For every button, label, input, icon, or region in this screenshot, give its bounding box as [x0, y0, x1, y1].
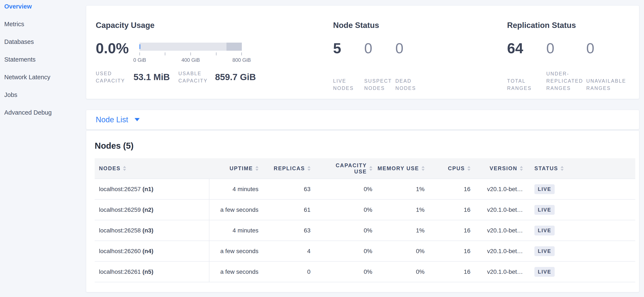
node-cpus: 16 [427, 179, 472, 199]
total-ranges-value: 64 [507, 40, 546, 57]
node-address: localhost:26260 [99, 248, 142, 254]
axis-tick [140, 52, 140, 55]
capacity-bar-track [140, 43, 242, 51]
total-ranges-metric: 64 TOTAL RANGES [507, 40, 546, 92]
column-header-version[interactable]: VERSION [472, 158, 526, 179]
capacity-bar-dark-segment [226, 43, 242, 51]
axis-tick [242, 52, 242, 55]
view-selector-card: Node List [86, 110, 639, 130]
table-header-row: NODES UPTIME REPLICAS CAPACITY USE [95, 158, 635, 179]
status-badge: LIVE [534, 267, 555, 277]
node-cpus: 16 [427, 241, 472, 262]
node-version: v20.1.0-bet… [472, 241, 526, 262]
node-list-dropdown[interactable]: Node List [96, 115, 140, 124]
sidebar-item-statements[interactable]: Statements [4, 56, 85, 74]
sort-icon [123, 166, 126, 171]
used-capacity-stat: USED CAPACITY 53.1 MiB [96, 70, 170, 84]
used-capacity-value: 53.1 MiB [134, 72, 170, 82]
node-cpus: 16 [427, 262, 472, 282]
node-id: (n4) [142, 248, 153, 254]
axis-tick [216, 52, 216, 55]
capacity-usage-title: Capacity Usage [96, 20, 332, 30]
node-replicas: 4 [262, 241, 312, 262]
node-uptime: a few seconds [209, 199, 262, 220]
node-address: localhost:26261 [99, 269, 142, 275]
nodes-table-card: Nodes (5) NODES UPTIME REPLIC [86, 130, 639, 292]
live-nodes-label: LIVE NODES [333, 77, 364, 92]
chevron-down-icon [134, 118, 140, 121]
node-id: (n3) [142, 227, 153, 234]
axis-tick [165, 52, 165, 55]
table-row-node-1[interactable]: localhost:26257 (n1) 4 minutes 63 0% 1% … [95, 179, 635, 199]
column-header-status[interactable]: STATUS [526, 158, 635, 179]
status-badge: LIVE [534, 226, 555, 235]
nodes-table-heading: Nodes (5) [95, 140, 634, 151]
sidebar-item-network-latency[interactable]: Network Latency [4, 74, 85, 91]
node-replicas: 0 [262, 262, 312, 282]
node-version: v20.1.0-bet… [472, 179, 526, 199]
sort-icon [468, 166, 470, 171]
table-row-node-3[interactable]: localhost:26258 (n3) 4 minutes 63 0% 1% … [95, 220, 635, 241]
status-badge: LIVE [534, 184, 555, 194]
live-nodes-value: 5 [333, 40, 364, 57]
unavailable-ranges-label: UNAVAILABLE RANGES [586, 77, 633, 92]
node-replicas: 63 [262, 220, 312, 241]
sort-icon [520, 166, 523, 171]
node-address: localhost:26259 [99, 206, 142, 213]
table-row-node-2[interactable]: localhost:26259 (n2) a few seconds 61 0%… [95, 199, 635, 220]
node-memory-use: 0% [374, 262, 427, 282]
node-id: (n5) [142, 269, 153, 275]
dead-nodes-value: 0 [395, 40, 438, 57]
node-uptime: a few seconds [209, 241, 262, 262]
node-replicas: 61 [262, 199, 312, 220]
table-row-node-4[interactable]: localhost:26260 (n4) a few seconds 4 0% … [95, 241, 635, 262]
table-row-node-5[interactable]: localhost:26261 (n5) a few seconds 0 0% … [95, 262, 635, 282]
sort-icon [256, 166, 258, 171]
column-header-uptime[interactable]: UPTIME [209, 158, 262, 179]
node-version: v20.1.0-bet… [472, 220, 526, 241]
node-capacity-use: 0% [312, 241, 374, 262]
replication-status-title: Replication Status [507, 20, 639, 30]
under-replicated-ranges-metric: 0 UNDER-REPLICATED RANGES [546, 40, 586, 92]
node-address: localhost:26258 [99, 227, 142, 234]
under-replicated-ranges-value: 0 [546, 40, 586, 57]
node-memory-use: 1% [374, 179, 427, 199]
column-header-replicas[interactable]: REPLICAS [262, 158, 312, 179]
node-memory-use: 1% [374, 220, 427, 241]
cluster-summary-card: Capacity Usage 0.0% 0 GiB 400 GiB 800 Gi… [86, 5, 639, 99]
sort-icon [560, 166, 564, 171]
replication-status-section: Replication Status 64 TOTAL RANGES 0 UND… [507, 5, 639, 92]
node-uptime: a few seconds [209, 262, 262, 282]
used-capacity-label: USED CAPACITY [96, 70, 129, 84]
node-capacity-use: 0% [312, 262, 374, 282]
suspect-nodes-value: 0 [364, 40, 395, 57]
sidebar-item-metrics[interactable]: Metrics [4, 21, 85, 38]
capacity-bar-chart: 0 GiB 400 GiB 800 GiB [140, 43, 242, 51]
total-ranges-label: TOTAL RANGES [507, 77, 539, 92]
usable-capacity-stat: USABLE CAPACITY 859.7 GiB [178, 70, 256, 84]
live-nodes-metric: 5 LIVE NODES [333, 40, 364, 92]
column-header-memory-use[interactable]: MEMORY USE [374, 158, 427, 179]
sort-icon [308, 166, 310, 171]
capacity-usage-section: Capacity Usage 0.0% 0 GiB 400 GiB 800 Gi… [96, 5, 332, 84]
node-cpus: 16 [427, 199, 472, 220]
column-header-cpus[interactable]: CPUS [427, 158, 472, 179]
sidebar-item-jobs[interactable]: Jobs [4, 91, 85, 109]
column-header-nodes[interactable]: NODES [95, 158, 209, 179]
sort-icon [369, 166, 372, 171]
node-memory-use: 0% [374, 241, 427, 262]
sort-icon [422, 166, 424, 171]
sidebar-item-databases[interactable]: Databases [4, 38, 85, 56]
column-header-capacity-use[interactable]: CAPACITY USE [312, 158, 374, 179]
node-memory-use: 1% [374, 199, 427, 220]
node-cpus: 16 [427, 220, 472, 241]
sidebar-item-overview[interactable]: Overview [4, 3, 85, 21]
node-id: (n1) [142, 186, 153, 192]
node-version: v20.1.0-bet… [472, 199, 526, 220]
node-uptime: 4 minutes [209, 220, 262, 241]
capacity-bar-used-marker [140, 44, 140, 49]
sidebar-item-advanced-debug[interactable]: Advanced Debug [4, 109, 85, 127]
sidebar: Overview Metrics Databases Statements Ne… [0, 0, 85, 127]
status-badge: LIVE [534, 246, 555, 256]
suspect-nodes-metric: 0 SUSPECT NODES [364, 40, 395, 92]
